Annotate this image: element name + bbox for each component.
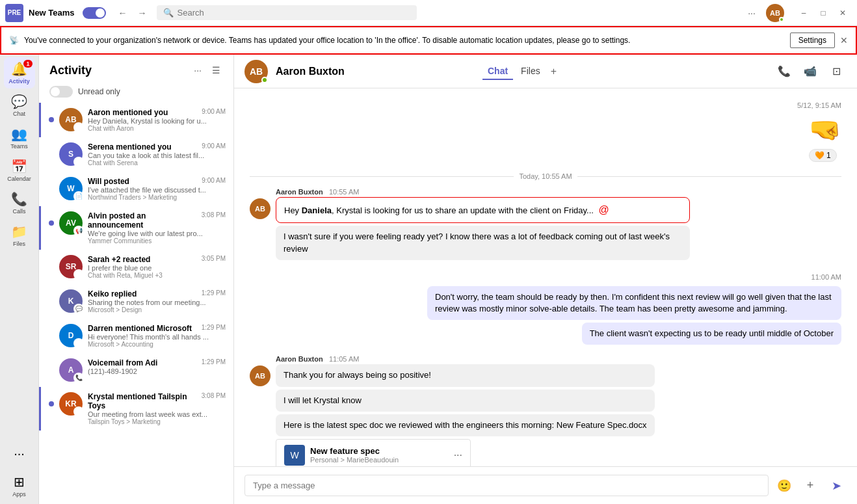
sidebar-item-calls[interactable]: 📞 Calls — [4, 187, 35, 219]
activity-list-item[interactable]: K 💬 Keiko replied 1:29 PM Sharing the no… — [39, 284, 233, 319]
activity-list-item[interactable]: W 📄 Will posted 9:00 AM I've attached th… — [39, 172, 233, 206]
activity-avatar: KR @ — [59, 392, 83, 416]
toggle-switch[interactable] — [83, 7, 106, 19]
activity-item-content: Will posted 9:00 AM I've attached the fi… — [88, 177, 226, 201]
avatar[interactable]: AB — [766, 4, 784, 22]
activity-item-name: Krystal mentioned Tailspin Toys — [88, 392, 202, 410]
app-name: New Teams — [29, 8, 75, 18]
activity-badge: 1 — [23, 60, 32, 68]
search-bar[interactable]: 🔍 — [157, 5, 417, 20]
sidebar-item-teams[interactable]: 👥 Teams — [4, 122, 35, 153]
chat-tabs: Chat Files + — [482, 63, 559, 80]
activity-panel: Activity ··· ☰ Unread only AB @ Aaron me… — [39, 55, 234, 504]
message-bubble-4: I will let Krystal know — [276, 390, 655, 412]
activity-type-icon: @ — [73, 157, 84, 167]
sidebar-item-calendar[interactable]: 📅 Calendar — [4, 155, 35, 186]
sidebar-item-chat[interactable]: 💬 Chat — [4, 90, 35, 121]
activity-item-preview: Sharing the notes from our meeting... — [88, 298, 226, 306]
activity-list-item[interactable]: KR @ Krystal mentioned Tailspin Toys 3:0… — [39, 387, 233, 431]
activity-item-source: Chat with Aaron — [88, 125, 226, 132]
activity-avatar: AV 📢 — [59, 211, 83, 235]
message-content-outgoing: Don't worry, the team should be ready by… — [427, 286, 841, 348]
send-button[interactable]: ➤ — [826, 475, 847, 496]
message-group-incoming-1: AB Aaron Buxton 10:55 AM Hey Daniela, Kr… — [250, 188, 841, 263]
message-time: 10:55 AM — [329, 188, 359, 196]
file-source: Personal > MarieBeaudouin — [310, 456, 449, 464]
activity-list-item[interactable]: AB @ Aaron mentioned you 9:00 AM Hey Dan… — [39, 103, 233, 137]
notification-text: You've connected to your organization's … — [24, 36, 785, 45]
title-bar: PRE New Teams ← → 🔍 ··· AB – □ ✕ — [0, 0, 857, 26]
activity-item-preview: Our meeting from last week was ext... — [88, 410, 226, 418]
sidebar-item-activity[interactable]: 🔔 Activity 1 — [4, 57, 35, 88]
activity-avatar: S @ — [59, 142, 83, 166]
message-time-2: 11:05 AM — [329, 355, 359, 363]
back-button[interactable]: ← — [114, 4, 132, 22]
activity-item-name: Alvin posted an announcement — [88, 211, 202, 230]
search-input[interactable] — [178, 8, 410, 18]
activity-list-item[interactable]: SR ❤ Sarah +2 reacted 3:05 PM I prefer t… — [39, 250, 233, 284]
mention-icon: @ — [599, 204, 609, 215]
file-more-button[interactable]: ··· — [454, 449, 462, 461]
activity-item-content: Serena mentioned you 9:00 AM Can you tak… — [88, 142, 226, 166]
file-icon: W — [284, 445, 305, 466]
activity-item-source: Microsoft > Accounting — [88, 341, 226, 348]
unread-toggle[interactable] — [49, 86, 73, 98]
activity-type-icon: @ — [73, 406, 84, 417]
nav-buttons: ← → — [114, 4, 152, 22]
maximize-button[interactable]: □ — [814, 4, 832, 22]
notification-close-button[interactable]: ✕ — [840, 35, 848, 46]
activity-item-preview: (121)-489-1902 — [88, 367, 226, 375]
message-sender-2: Aaron Buxton — [276, 355, 323, 363]
tab-chat[interactable]: Chat — [482, 63, 513, 80]
notification-banner: 📡 You've connected to your organization'… — [0, 26, 857, 55]
activity-item-time: 3:08 PM — [202, 211, 226, 219]
file-name: New feature spec — [310, 446, 449, 456]
activity-avatar: SR ❤ — [59, 255, 83, 278]
reaction[interactable]: 🧡 1 — [809, 149, 837, 162]
activity-item-time: 1:29 PM — [202, 358, 226, 365]
audio-call-button[interactable]: 📞 — [774, 61, 795, 82]
settings-button[interactable]: Settings — [790, 33, 835, 48]
activity-item-content: Aaron mentioned you 9:00 AM Hey Daniela,… — [88, 108, 226, 132]
activity-list-item[interactable]: D @ Darren mentioned Microsoft 1:29 PM H… — [39, 319, 233, 353]
activity-more-button[interactable]: ··· — [191, 62, 204, 78]
more-options-button[interactable]: ··· — [743, 4, 761, 22]
attach-button[interactable]: + — [800, 475, 821, 496]
activity-item-source: Microsoft > Design — [88, 306, 226, 313]
activity-list-item[interactable]: A 📞 Voicemail from Adi 1:29 PM (121)-489… — [39, 353, 233, 387]
calls-icon: 📞 — [11, 191, 27, 207]
tab-files[interactable]: Files — [516, 63, 546, 80]
close-button[interactable]: ✕ — [834, 4, 852, 22]
status-badge — [261, 77, 268, 83]
activity-item-name: Darren mentioned Microsoft — [88, 324, 192, 333]
app-logo: PRE — [5, 4, 23, 22]
minimize-button[interactable]: – — [795, 4, 813, 22]
screen-share-button[interactable]: ⊡ — [826, 61, 847, 82]
emoji-button[interactable]: 🙂 — [774, 475, 795, 496]
sidebar-item-more[interactable]: ··· — [4, 438, 35, 469]
teams-icon: 👥 — [11, 126, 27, 142]
message-meta-2: Aaron Buxton 11:05 AM — [276, 355, 655, 363]
sidebar-item-apps[interactable]: ⊞ Apps — [4, 470, 35, 501]
sidebar-item-label: Calls — [12, 208, 25, 215]
message-bubble-3: Thank you for always being so positive! — [276, 364, 655, 386]
activity-list-item[interactable]: AV 📢 Alvin posted an announcement 3:08 P… — [39, 206, 233, 250]
activity-item-content: Keiko replied 1:29 PM Sharing the notes … — [88, 289, 226, 313]
activity-filter-button[interactable]: ☰ — [209, 62, 223, 78]
sidebar-item-label: Teams — [10, 143, 28, 150]
message-timestamp: 5/12, 9:15 AM — [250, 99, 841, 112]
activity-list-item[interactable]: S @ Serena mentioned you 9:00 AM Can you… — [39, 137, 233, 172]
emoji-message: 🤜 — [809, 114, 841, 145]
activity-type-icon: @ — [73, 122, 84, 133]
message-input[interactable] — [244, 475, 769, 496]
message-group-outgoing-1: Don't worry, the team should be ready by… — [250, 286, 841, 348]
activity-item-content: Sarah +2 reacted 3:05 PM I prefer the bl… — [88, 255, 226, 279]
sidebar-item-label: Files — [13, 241, 25, 247]
forward-button[interactable]: → — [133, 4, 152, 22]
chat-header-actions: 📞 📹 ⊡ — [774, 61, 847, 82]
sidebar-item-files[interactable]: 📁 Files — [4, 220, 35, 251]
add-tab-button[interactable]: + — [548, 63, 559, 80]
message-bubble-2: I wasn't sure if you were feeling ready … — [276, 226, 690, 259]
avatar-status — [779, 17, 784, 22]
video-call-button[interactable]: 📹 — [800, 61, 821, 82]
